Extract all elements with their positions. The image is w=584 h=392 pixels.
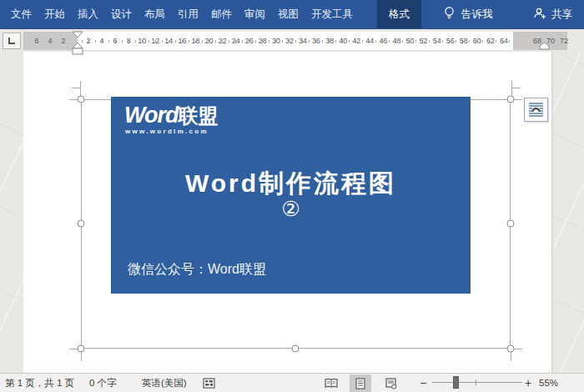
margin-mark: [511, 88, 521, 88]
ruler-number: 18: [192, 37, 200, 45]
web-layout-button[interactable]: [380, 374, 402, 392]
ribbon-tab-bar: 文件开始插入设计布局引用邮件审阅视图开发工具格式 告诉我 共享: [0, 0, 584, 29]
ruler-number: 12: [151, 37, 159, 45]
ruler-number: 28: [259, 37, 267, 45]
ribbon-tab-6[interactable]: 引用: [178, 0, 199, 28]
share-button[interactable]: 共享: [533, 0, 572, 28]
handle-top-left[interactable]: [78, 96, 85, 103]
ribbon-tab-2[interactable]: 开始: [44, 0, 65, 28]
tab-stop-selector[interactable]: [3, 33, 21, 49]
ribbon-tabs: 文件开始插入设计布局引用邮件审阅视图开发工具格式: [0, 0, 421, 28]
ruler-number: 62: [486, 37, 495, 45]
macro-record-button[interactable]: [203, 374, 215, 392]
ruler-number: 14: [164, 37, 173, 45]
word-count[interactable]: 0 个字: [89, 374, 117, 392]
zoom-slider-track[interactable]: [432, 382, 522, 383]
ribbon-tab-4[interactable]: 设计: [111, 0, 132, 28]
ruler-number: 24: [232, 37, 240, 45]
ruler-number: 40: [339, 37, 347, 45]
right-indent-marker[interactable]: [539, 42, 550, 50]
person-add-icon: [533, 7, 547, 23]
ruler-number: 60: [473, 37, 481, 45]
banner-image[interactable]: Word联盟 www.wordlm.com Word制作流程图 ② 微信公众号：…: [111, 97, 471, 294]
ruler-number: 50: [406, 37, 415, 45]
zoom-slider-thumb[interactable]: [453, 376, 459, 389]
word-window: 文件开始插入设计布局引用邮件审阅视图开发工具格式 告诉我 共享: [0, 0, 584, 392]
read-mode-button[interactable]: [320, 374, 342, 392]
tell-me-button[interactable]: 告诉我: [443, 0, 493, 28]
read-mode-icon: [325, 378, 338, 389]
banner-logo-word: Word: [124, 103, 179, 128]
banner-title: Word制作流程图: [111, 167, 471, 201]
ribbon-tab-8[interactable]: 审阅: [244, 0, 265, 28]
zoom-level[interactable]: 55%: [539, 374, 558, 392]
ruler-number: 58: [460, 37, 468, 45]
ruler-number: 36: [312, 37, 320, 45]
handle-bottom-right[interactable]: [507, 345, 515, 353]
ruler-number: 46: [379, 37, 387, 45]
banner-logo-cn: 联盟: [179, 104, 219, 127]
ribbon-tab-11[interactable]: 格式: [377, 0, 421, 28]
ruler-number: 52: [420, 37, 428, 45]
ruler-number: 6: [113, 37, 118, 45]
handle-middle-right[interactable]: [507, 220, 515, 228]
banner-footer: 微信公众号：Word联盟: [128, 261, 266, 279]
print-layout-button[interactable]: [350, 374, 371, 392]
ruler-number: 4: [100, 37, 104, 45]
ruler-number: 32: [285, 37, 294, 45]
ribbon-tab-5[interactable]: 布局: [144, 0, 165, 28]
print-layout-icon: [355, 378, 365, 389]
handle-top-right[interactable]: [507, 96, 515, 103]
ruler-number: 20: [205, 37, 214, 45]
web-layout-icon: [385, 378, 397, 389]
page-indicator[interactable]: 第 1 页，共 1 页: [5, 374, 74, 392]
ruler-number: 16: [178, 37, 186, 45]
left-indent-markers[interactable]: [72, 31, 83, 56]
language-indicator[interactable]: 英语(美国): [142, 374, 187, 392]
ruler-number: 30: [272, 37, 280, 45]
ruler-number: 26: [245, 37, 254, 45]
ruler-number: 72: [560, 37, 568, 45]
ruler-number: 54: [433, 37, 441, 45]
ribbon-tab-1[interactable]: 文件: [11, 0, 32, 28]
macro-record-icon: [203, 378, 215, 389]
ruler-number: 64: [500, 37, 508, 45]
ribbon-tab-3[interactable]: 插入: [78, 0, 98, 28]
banner-logo: Word联盟: [124, 104, 219, 127]
lightbulb-icon: [443, 6, 456, 23]
ruler-number: 10: [138, 37, 146, 45]
ruler-number: 6: [34, 37, 38, 45]
share-label: 共享: [551, 8, 572, 22]
zoom-out-button[interactable]: −: [420, 374, 426, 392]
text-wrap-icon: [528, 102, 544, 118]
layout-options-button[interactable]: [524, 98, 548, 122]
zoom-slider-notch: [476, 379, 476, 385]
banner-number: ②: [111, 197, 471, 221]
ruler-number: 48: [392, 37, 400, 45]
ruler-number: 34: [299, 37, 307, 45]
ruler-number: 8: [127, 37, 131, 45]
ruler-number: 22: [219, 37, 227, 45]
ruler-number: 38: [325, 37, 334, 45]
left-tab-icon: [8, 38, 15, 44]
ribbon-tab-10[interactable]: 开发工具: [311, 0, 353, 28]
document-area: Word联盟 www.wordlm.com Word制作流程图 ② 微信公众号：…: [0, 52, 584, 373]
ruler-number: 4: [48, 37, 52, 45]
ruler-number: 44: [365, 37, 374, 45]
handle-bottom-middle[interactable]: [292, 345, 300, 353]
ribbon-tab-9[interactable]: 视图: [278, 0, 299, 28]
ruler-number: 56: [446, 37, 455, 45]
zoom-in-button[interactable]: +: [525, 374, 531, 392]
ruler-number: 42: [352, 37, 360, 45]
banner-site-url: www.wordlm.com: [125, 128, 209, 135]
handle-middle-left[interactable]: [78, 220, 85, 228]
handle-bottom-left[interactable]: [78, 345, 85, 353]
ribbon-tab-7[interactable]: 邮件: [211, 0, 232, 28]
ruler-number: 2: [61, 37, 65, 45]
ruler-number: 2: [86, 37, 90, 45]
tell-me-label: 告诉我: [461, 8, 493, 22]
horizontal-ruler: 6422468101214161820222426283032343638404…: [23, 32, 567, 50]
